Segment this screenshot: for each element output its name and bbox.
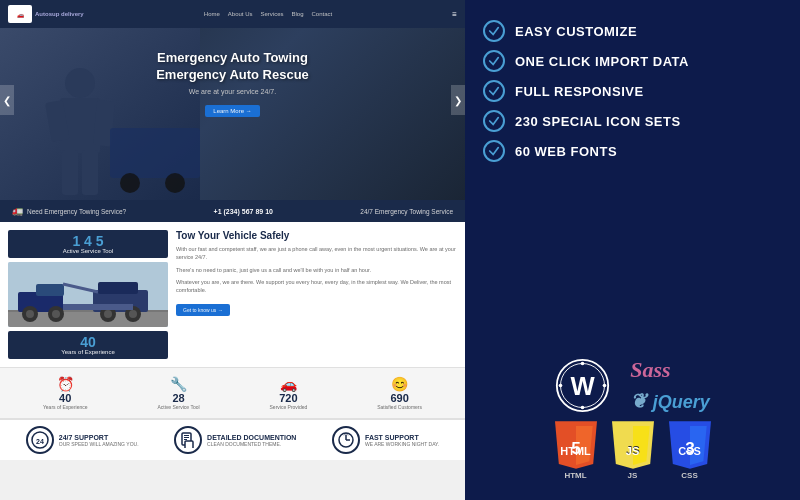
svg-point-43 — [559, 383, 563, 387]
fastsupport-icon — [332, 426, 360, 454]
svg-rect-29 — [184, 435, 189, 436]
tow-truck-area — [8, 262, 168, 327]
stats-row: ⏰ 40 Years of Experience 🔧 28 Active Ser… — [0, 367, 465, 418]
feature-label-5: 60 WEB FONTS — [515, 144, 617, 159]
nav-contact[interactable]: Contact — [312, 11, 333, 17]
tools-label: Active Service Tool — [157, 404, 199, 410]
svg-rect-13 — [98, 282, 138, 294]
sass-label: Sass — [630, 357, 670, 383]
stat-active-number: 1 4 5 — [14, 234, 162, 248]
html5-label: HTML — [564, 471, 586, 480]
js-badge: JS JS JS — [612, 421, 654, 480]
section-right: Tow Your Vehicle Safely With our fast an… — [176, 230, 457, 359]
feature-docs: DETAILED DOCUMENTION CLEAN DOCUMENTED TH… — [174, 426, 296, 454]
features-row: 24 24/7 SUPPORT OUR SPEED WILL AMAZING Y… — [0, 418, 465, 460]
tow-icon: 🚛 — [12, 206, 23, 216]
hero-content: Emergency Auto Towing Emergency Auto Res… — [0, 50, 465, 117]
feature-responsive: FULL RESPONSIVE — [483, 80, 782, 102]
stat-item-tools: 🔧 28 Active Service Tool — [157, 376, 199, 410]
stat-box-years: 40 Years of Experience — [8, 331, 168, 359]
tools-icon: 🔧 — [157, 376, 199, 392]
stat-active-label: Active Service Tool — [14, 248, 162, 254]
stat-item-years: ⏰ 40 Years of Experience — [43, 376, 88, 410]
feature-support: 24 24/7 SUPPORT OUR SPEED WILL AMAZING Y… — [26, 426, 139, 454]
customers-label: Satisfied Customers — [377, 404, 422, 410]
feature-label-4: 230 SPECIAL ICON SETS — [515, 114, 681, 129]
info-bar-phone[interactable]: +1 (234) 567 89 10 — [214, 208, 273, 215]
logo-icon: 🚗 — [8, 5, 32, 23]
svg-rect-32 — [185, 441, 193, 448]
support-text: 24/7 SUPPORT OUR SPEED WILL AMAZING YOU. — [59, 434, 139, 447]
hero-title-line2: Emergency Auto Rescue — [0, 67, 465, 84]
feature-one-click: ONE CLICK IMPORT DATA — [483, 50, 782, 72]
check-icon-3 — [483, 80, 505, 102]
hero-btn[interactable]: Learn More → — [205, 105, 259, 117]
svg-rect-24 — [63, 304, 133, 310]
svg-rect-30 — [184, 437, 189, 438]
years-label: Years of Experience — [43, 404, 88, 410]
check-icon-2 — [483, 50, 505, 72]
support-title: 24/7 SUPPORT — [59, 434, 139, 441]
feature-label-1: EASY CUSTOMIZE — [515, 24, 637, 39]
svg-point-42 — [581, 405, 585, 409]
svg-point-17 — [26, 310, 34, 318]
preview-section: 1 4 5 Active Service Tool — [0, 222, 465, 367]
fastsupport-desc: WE ARE WORKING NIGHT DAY. — [365, 441, 439, 447]
customers-icon: 😊 — [377, 376, 422, 392]
nav-services[interactable]: Services — [261, 11, 284, 17]
svg-point-19 — [52, 310, 60, 318]
svg-point-40 — [581, 361, 585, 365]
feature-label-2: ONE CLICK IMPORT DATA — [515, 54, 689, 69]
info-bar-service: 24/7 Emergency Towing Service — [360, 208, 453, 215]
wordpress-logo: W — [555, 358, 610, 413]
services-number: 720 — [270, 392, 308, 404]
nav-links: Home About Us Services Blog Contact — [204, 11, 332, 17]
section-left: 1 4 5 Active Service Tool — [8, 230, 168, 359]
svg-rect-15 — [36, 284, 64, 296]
info-bar-left: 🚛 Need Emergency Towing Service? — [12, 206, 126, 216]
feature-web-fonts: 60 WEB FONTS — [483, 140, 782, 162]
nav-blog[interactable]: Blog — [292, 11, 304, 17]
support-icon: 24 — [26, 426, 54, 454]
svg-text:W: W — [571, 371, 596, 399]
svg-rect-5 — [82, 150, 98, 195]
check-icon-1 — [483, 20, 505, 42]
jquery-label: ❦ jQuery — [630, 389, 710, 413]
check-icon-5 — [483, 140, 505, 162]
tech-top: W Sass ❦ jQuery — [483, 357, 782, 413]
services-label: Service Provided — [270, 404, 308, 410]
svg-point-23 — [129, 310, 137, 318]
hero-arrow-right[interactable]: ❯ — [451, 85, 465, 115]
html5-shield: 5 HTML — [555, 421, 597, 469]
info-bar-label: Need Emergency Towing Service? — [27, 208, 126, 215]
svg-point-41 — [603, 383, 607, 387]
services-icon: 🚗 — [270, 376, 308, 392]
docs-text: DETAILED DOCUMENTION CLEAN DOCUMENTED TH… — [207, 434, 296, 447]
stat-box-active: 1 4 5 Active Service Tool — [8, 230, 168, 258]
nav-home[interactable]: Home — [204, 11, 220, 17]
hero-subtitle: We are at your service 24/7. — [0, 88, 465, 95]
customers-number: 690 — [377, 392, 422, 404]
preview-logo: 🚗 Autosup delivery — [8, 5, 84, 23]
svg-rect-4 — [62, 150, 78, 195]
years-number: 40 — [43, 392, 88, 404]
js-label: JS — [628, 471, 638, 480]
nav-about[interactable]: About Us — [228, 11, 253, 17]
css3-label: CSS — [681, 471, 697, 480]
svg-point-7 — [120, 173, 140, 193]
menu-icon[interactable]: ≡ — [452, 10, 457, 19]
hero-arrow-left[interactable]: ❮ — [0, 85, 14, 115]
tools-number: 28 — [157, 392, 199, 404]
feature-fastsupport: FAST SUPPORT WE ARE WORKING NIGHT DAY. — [332, 426, 439, 454]
fastsupport-title: FAST SUPPORT — [365, 434, 439, 441]
feature-label-3: FULL RESPONSIVE — [515, 84, 644, 99]
preview-nav: 🚗 Autosup delivery Home About Us Service… — [0, 0, 465, 28]
info-bar: 🚛 Need Emergency Towing Service? +1 (234… — [0, 200, 465, 222]
docs-title: DETAILED DOCUMENTION — [207, 434, 296, 441]
tech-section: W Sass ❦ jQuery — [483, 357, 782, 480]
logo-text: Autosup delivery — [35, 11, 84, 17]
tow-section-title: Tow Your Vehicle Safely — [176, 230, 457, 241]
stat-years-label: Years of Experience — [14, 349, 162, 355]
stat-item-services: 🚗 720 Service Provided — [270, 376, 308, 410]
tow-btn[interactable]: Get to know us → — [176, 304, 230, 316]
